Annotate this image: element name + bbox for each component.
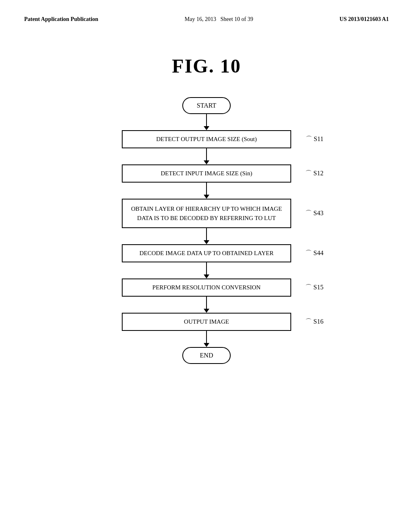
step-s44-row: DECODE IMAGE DATA UP TO OBTAINED LAYER ⌒… (122, 244, 291, 262)
step-s43-box: OBTAIN LAYER OF HIERARCHY UP TO WHICH IM… (122, 199, 291, 228)
arrow-5 (204, 262, 209, 278)
step-s12-row: DETECT INPUT IMAGE SIZE (Sin) ⌒ S12 (122, 164, 291, 183)
arrow-2 (204, 148, 209, 164)
step-s44-label: ⌒ S44 (305, 249, 323, 258)
arrow-4 (204, 228, 209, 244)
header-left: Patent Application Publication (24, 16, 98, 23)
step-s15-row: PERFORM RESOLUTION CONVERSION ⌒ S15 (122, 278, 291, 297)
end-oval: END (182, 347, 231, 364)
end-node-row: END (182, 347, 231, 364)
arrow-7 (204, 331, 209, 347)
start-oval: START (182, 97, 231, 114)
step-s11-row: DETECT OUTPUT IMAGE SIZE (Sout) ⌒ S11 (122, 130, 291, 148)
page: Patent Application Publication May 16, 2… (0, 0, 413, 532)
step-s15-box: PERFORM RESOLUTION CONVERSION (122, 278, 291, 297)
step-s44-box: DECODE IMAGE DATA UP TO OBTAINED LAYER (122, 244, 291, 262)
arrow-6 (204, 297, 209, 313)
step-s15-label: ⌒ S15 (305, 283, 323, 292)
step-s43-row: OBTAIN LAYER OF HIERARCHY UP TO WHICH IM… (122, 199, 291, 228)
start-node-row: START (182, 97, 231, 114)
step-s12-box: DETECT INPUT IMAGE SIZE (Sin) (122, 164, 291, 183)
figure-title: FIG. 10 (24, 55, 389, 77)
step-s12-label: ⌒ S12 (305, 169, 323, 178)
step-s11-box: DETECT OUTPUT IMAGE SIZE (Sout) (122, 130, 291, 148)
step-s11-label: ⌒ S11 (306, 135, 323, 143)
page-header: Patent Application Publication May 16, 2… (24, 16, 389, 23)
step-s16-box: OUTPUT IMAGE (122, 313, 291, 331)
arrow-1 (204, 114, 209, 130)
header-date: May 16, 2013 (185, 16, 216, 22)
arrow-3 (204, 183, 209, 199)
header-center: May 16, 2013 Sheet 10 of 39 (185, 16, 253, 23)
flowchart: START DETECT OUTPUT IMAGE SIZE (Sout) ⌒ … (24, 97, 389, 364)
step-s16-row: OUTPUT IMAGE ⌒ S16 (122, 313, 291, 331)
step-s16-label: ⌒ S16 (305, 318, 323, 326)
header-right: US 2013/0121603 A1 (340, 16, 389, 23)
step-s43-label: ⌒ S43 (305, 209, 323, 218)
header-sheet: Sheet 10 of 39 (220, 16, 253, 22)
